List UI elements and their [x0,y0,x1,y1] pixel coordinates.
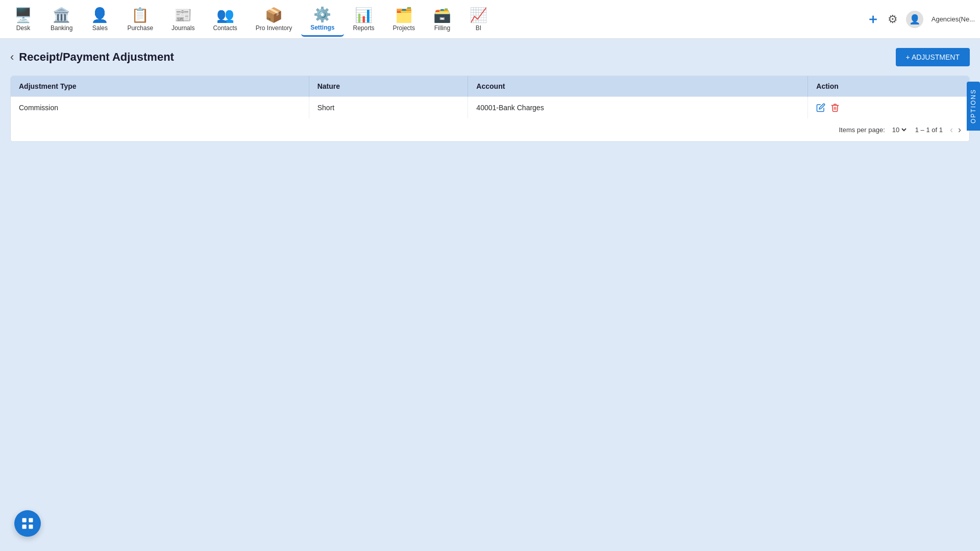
agency-label[interactable]: Agencies(Ne... [932,15,975,23]
nav-label-projects: Projects [393,24,415,32]
main-content: ‹ Receipt/Payment Adjustment + ADJUSTMEN… [0,39,980,151]
col-header-nature: Nature [309,76,468,97]
journals-icon: 📰 [174,7,192,23]
grid-icon [20,516,35,531]
nav-item-bi[interactable]: 📈 BI [460,3,497,36]
filling-icon: 🗃️ [433,7,451,23]
nav-label-sales: Sales [92,24,108,32]
nav-item-banking[interactable]: 🏛️ Banking [41,3,82,36]
table-header: Adjustment Type Nature Account Action [11,76,969,97]
svg-rect-0 [22,518,27,522]
nav-label-purchase: Purchase [127,24,153,32]
nav-label-journals: Journals [172,24,194,32]
col-header-action: Action [808,76,969,97]
svg-rect-3 [29,524,33,529]
svg-rect-1 [29,518,33,522]
edit-button[interactable] [816,103,825,112]
nav-item-pro-inventory[interactable]: 📦 Pro Inventory [247,3,301,36]
svg-rect-2 [22,524,27,529]
contacts-icon: 👥 [216,7,234,23]
delete-button[interactable] [830,103,840,112]
pro-inventory-icon: 📦 [265,7,283,23]
table-container: Adjustment Type Nature Account Action Co… [10,76,970,142]
nav-label-bi: BI [476,24,481,32]
top-navigation: 🖥️ Desk 🏛️ Banking 👤 Sales 📋 Purchase 📰 … [0,0,980,39]
page-info: 1 – 1 of 1 [915,126,943,134]
settings-icon: ⚙️ [313,6,331,23]
purchase-icon: 📋 [131,7,149,23]
page-title: Receipt/Payment Adjustment [19,51,895,64]
nav-item-settings[interactable]: ⚙️ Settings [301,2,344,37]
nav-label-banking: Banking [51,24,72,32]
delete-icon [830,103,840,112]
cell-adjustment-type: Commission [11,97,309,119]
nav-label-filling: Filling [434,24,450,32]
cell-action [808,97,969,119]
global-add-button[interactable]: ＋ [866,10,879,28]
nav-label-desk: Desk [16,24,30,32]
col-header-account: Account [468,76,808,97]
nav-label-reports: Reports [353,24,375,32]
prev-page-button[interactable]: ‹ [950,124,953,135]
edit-icon [816,103,825,112]
reports-icon: 📊 [355,7,373,23]
cell-account: 40001-Bank Charges [468,97,808,119]
per-page-select[interactable]: 10 25 50 [890,126,908,134]
pagination: Items per page: 10 25 50 1 – 1 of 1 ‹ › [11,118,969,141]
banking-icon: 🏛️ [53,7,70,23]
nav-label-pro-inventory: Pro Inventory [256,24,292,32]
next-page-button[interactable]: › [958,124,961,135]
nav-item-projects[interactable]: 🗂️ Projects [384,3,424,36]
items-per-page-selector[interactable]: 10 25 50 [890,126,908,134]
nav-item-sales[interactable]: 👤 Sales [82,3,118,36]
adjustments-table: Adjustment Type Nature Account Action Co… [11,76,969,118]
bi-icon: 📈 [470,7,487,23]
nav-item-desk[interactable]: 🖥️ Desk [5,3,41,36]
nav-label-settings: Settings [310,24,334,31]
projects-icon: 🗂️ [395,7,413,23]
nav-items: 🖥️ Desk 🏛️ Banking 👤 Sales 📋 Purchase 📰 … [5,2,866,37]
nav-item-purchase[interactable]: 📋 Purchase [118,3,162,36]
nav-item-reports[interactable]: 📊 Reports [344,3,384,36]
action-cell [816,103,961,112]
nav-item-contacts[interactable]: 👥 Contacts [204,3,246,36]
topnav-right: ＋ ⚙ 👤 Agencies(Ne... [866,10,975,28]
back-button[interactable]: ‹ [10,51,14,64]
sales-icon: 👤 [91,7,109,23]
options-tab[interactable]: OPTIONS [967,82,980,131]
page-header: ‹ Receipt/Payment Adjustment + ADJUSTMEN… [10,48,970,66]
add-adjustment-button[interactable]: + ADJUSTMENT [896,48,970,66]
col-header-adjustment-type: Adjustment Type [11,76,309,97]
table-row: Commission Short 40001-Bank Charges [11,97,969,119]
nav-item-filling[interactable]: 🗃️ Filling [424,3,460,36]
fab-button[interactable] [14,510,41,537]
nav-label-contacts: Contacts [213,24,237,32]
table-body: Commission Short 40001-Bank Charges [11,97,969,119]
nav-item-journals[interactable]: 📰 Journals [162,3,204,36]
desk-icon: 🖥️ [14,7,32,23]
items-per-page-label: Items per page: [839,126,885,134]
avatar[interactable]: 👤 [906,11,923,28]
cell-nature: Short [309,97,468,119]
global-settings-button[interactable]: ⚙ [888,13,898,26]
